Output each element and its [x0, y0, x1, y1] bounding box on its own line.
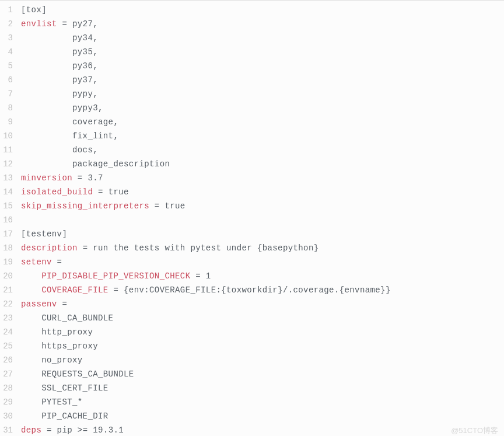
code-line: 2envlist = py27, — [0, 17, 504, 31]
line-number: 6 — [0, 73, 21, 87]
line-content: setenv = — [21, 255, 504, 269]
code-line: 26 no_proxy — [0, 353, 504, 367]
line-content: package_description — [21, 157, 504, 171]
line-number: 5 — [0, 59, 21, 73]
line-number: 8 — [0, 101, 21, 115]
code-line: 18description = run the tests with pytes… — [0, 241, 504, 255]
line-number: 24 — [0, 325, 21, 339]
line-content: docs, — [21, 143, 504, 157]
line-content: http_proxy — [21, 325, 504, 339]
line-number: 17 — [0, 227, 21, 241]
line-content: [testenv] — [21, 227, 504, 241]
line-content: fix_lint, — [21, 129, 504, 143]
line-number: 22 — [0, 297, 21, 311]
code-line: 6 py37, — [0, 73, 504, 87]
code-line: 27 REQUESTS_CA_BUNDLE — [0, 367, 504, 381]
line-number: 18 — [0, 241, 21, 255]
line-content: pypy, — [21, 87, 504, 101]
line-content: isolated_build = true — [21, 185, 504, 199]
line-number: 10 — [0, 129, 21, 143]
line-number: 23 — [0, 311, 21, 325]
line-number: 29 — [0, 395, 21, 409]
line-number: 1 — [0, 3, 21, 17]
line-number: 4 — [0, 45, 21, 59]
line-number: 31 — [0, 423, 21, 436]
code-line: 29 PYTEST_* — [0, 395, 504, 409]
line-number: 14 — [0, 185, 21, 199]
line-number: 9 — [0, 115, 21, 129]
line-content: envlist = py27, — [21, 17, 504, 31]
line-content: coverage, — [21, 115, 504, 129]
code-line: 9 coverage, — [0, 115, 504, 129]
code-line: 1[tox] — [0, 3, 504, 17]
line-content: PYTEST_* — [21, 395, 504, 409]
code-line: 20 PIP_DISABLE_PIP_VERSION_CHECK = 1 — [0, 269, 504, 283]
code-line: 14isolated_build = true — [0, 185, 504, 199]
line-number: 28 — [0, 381, 21, 395]
line-content: py34, — [21, 31, 504, 45]
code-line: 10 fix_lint, — [0, 129, 504, 143]
line-number: 19 — [0, 255, 21, 269]
code-line: 25 https_proxy — [0, 339, 504, 353]
line-number: 21 — [0, 283, 21, 297]
code-line: 4 py35, — [0, 45, 504, 59]
line-content: SSL_CERT_FILE — [21, 381, 504, 395]
line-number: 3 — [0, 31, 21, 45]
line-content: py36, — [21, 59, 504, 73]
code-line: 7 pypy, — [0, 87, 504, 101]
code-line: 21 COVERAGE_FILE = {env:COVERAGE_FILE:{t… — [0, 283, 504, 297]
code-line: 22passenv = — [0, 297, 504, 311]
code-line: 8 pypy3, — [0, 101, 504, 115]
line-content: pypy3, — [21, 101, 504, 115]
line-number: 27 — [0, 367, 21, 381]
code-line: 3 py34, — [0, 31, 504, 45]
line-number: 13 — [0, 171, 21, 185]
line-content: [tox] — [21, 3, 504, 17]
code-line: 16 — [0, 213, 504, 227]
line-content: PIP_DISABLE_PIP_VERSION_CHECK = 1 — [21, 269, 504, 283]
line-number: 20 — [0, 269, 21, 283]
code-line: 11 docs, — [0, 143, 504, 157]
line-content: deps = pip >= 19.3.1 — [21, 423, 504, 436]
line-number: 16 — [0, 213, 21, 227]
line-number: 7 — [0, 87, 21, 101]
line-number: 2 — [0, 17, 21, 31]
line-content: minversion = 3.7 — [21, 171, 504, 185]
code-line: 24 http_proxy — [0, 325, 504, 339]
line-content: skip_missing_interpreters = true — [21, 199, 504, 213]
code-line: 17[testenv] — [0, 227, 504, 241]
line-content: no_proxy — [21, 353, 504, 367]
line-content: py37, — [21, 73, 504, 87]
line-content: description = run the tests with pytest … — [21, 241, 504, 255]
line-number: 11 — [0, 143, 21, 157]
code-line: 31deps = pip >= 19.3.1 — [0, 423, 504, 436]
line-number: 30 — [0, 409, 21, 423]
line-content: COVERAGE_FILE = {env:COVERAGE_FILE:{toxw… — [21, 283, 504, 297]
line-number: 26 — [0, 353, 21, 367]
code-block: 1[tox]2envlist = py27,3 py34,4 py35,5 py… — [0, 0, 504, 436]
line-number: 12 — [0, 157, 21, 171]
line-content: https_proxy — [21, 339, 504, 353]
code-line: 5 py36, — [0, 59, 504, 73]
code-line: 28 SSL_CERT_FILE — [0, 381, 504, 395]
line-number: 15 — [0, 199, 21, 213]
line-content: PIP_CACHE_DIR — [21, 409, 504, 423]
code-line: 12 package_description — [0, 157, 504, 171]
code-line: 19setenv = — [0, 255, 504, 269]
code-line: 13minversion = 3.7 — [0, 171, 504, 185]
line-number: 25 — [0, 339, 21, 353]
line-content: CURL_CA_BUNDLE — [21, 311, 504, 325]
line-content: passenv = — [21, 297, 504, 311]
code-line: 30 PIP_CACHE_DIR — [0, 409, 504, 423]
code-line: 15skip_missing_interpreters = true — [0, 199, 504, 213]
line-content: REQUESTS_CA_BUNDLE — [21, 367, 504, 381]
code-line: 23 CURL_CA_BUNDLE — [0, 311, 504, 325]
line-content: py35, — [21, 45, 504, 59]
